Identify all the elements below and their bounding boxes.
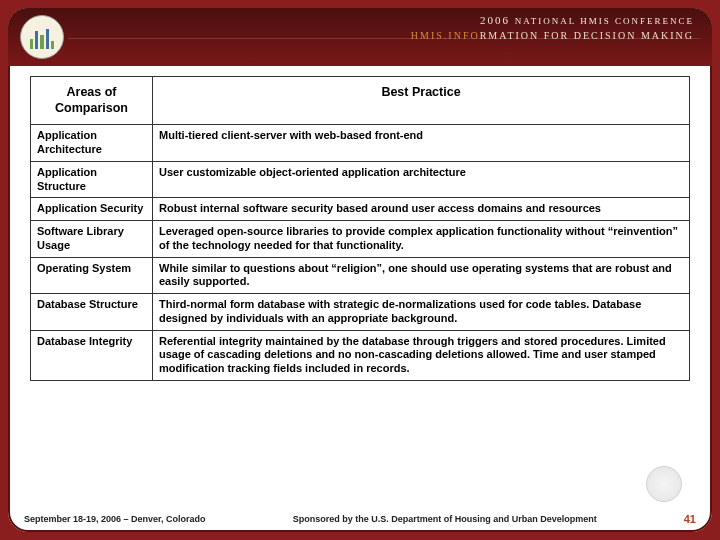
cell-area: Database Integrity xyxy=(31,330,153,380)
table-row: Application Security Robust internal sof… xyxy=(31,198,690,221)
col-header-areas: Areas of Comparison xyxy=(31,77,153,125)
cell-area: Software Library Usage xyxy=(31,221,153,258)
cell-area: Application Architecture xyxy=(31,125,153,162)
cell-bp: User customizable object-oriented applic… xyxy=(153,161,690,198)
cell-bp: Robust internal software security based … xyxy=(153,198,690,221)
cell-area: Application Structure xyxy=(31,161,153,198)
cell-bp: Referential integrity maintained by the … xyxy=(153,330,690,380)
footer-sponsor: Sponsored by the U.S. Department of Hous… xyxy=(206,514,684,524)
slide-card: 2006 NATIONAL HMIS CONFERENCE HMIS.INFOR… xyxy=(8,8,712,532)
header-year: 2006 xyxy=(480,14,510,26)
footer-date-location: September 18-19, 2006 – Denver, Colorado xyxy=(24,514,206,524)
table-header-row: Areas of Comparison Best Practice xyxy=(31,77,690,125)
comparison-table: Areas of Comparison Best Practice Applic… xyxy=(30,76,690,381)
slide-header: 2006 NATIONAL HMIS CONFERENCE HMIS.INFOR… xyxy=(8,8,712,66)
table-row: Application Architecture Multi-tiered cl… xyxy=(31,125,690,162)
table-row: Database Structure Third-normal form dat… xyxy=(31,294,690,331)
table-row: Operating System While similar to questi… xyxy=(31,257,690,294)
cell-bp: While similar to questions about “religi… xyxy=(153,257,690,294)
header-titles: 2006 NATIONAL HMIS CONFERENCE HMIS.INFOR… xyxy=(411,14,694,41)
table-row: Software Library Usage Leveraged open-so… xyxy=(31,221,690,258)
cell-area: Operating System xyxy=(31,257,153,294)
header-conf-name: NATIONAL HMIS CONFERENCE xyxy=(515,16,694,26)
table-row: Database Integrity Referential integrity… xyxy=(31,330,690,380)
hmis-logo-icon xyxy=(20,15,64,59)
cell-bp: Leveraged open-source libraries to provi… xyxy=(153,221,690,258)
header-accent: HMIS.INFO xyxy=(411,30,480,41)
header-subtext: RMATION FOR DECISION MAKING xyxy=(480,30,694,41)
slide-footer: September 18-19, 2006 – Denver, Colorado… xyxy=(8,506,712,532)
cell-bp: Multi-tiered client-server with web-base… xyxy=(153,125,690,162)
cell-area: Database Structure xyxy=(31,294,153,331)
cell-area: Application Security xyxy=(31,198,153,221)
col-header-best-practice: Best Practice xyxy=(153,77,690,125)
table-row: Application Structure User customizable … xyxy=(31,161,690,198)
page-number: 41 xyxy=(684,513,696,525)
hud-seal-icon xyxy=(646,466,682,502)
cell-bp: Third-normal form database with strategi… xyxy=(153,294,690,331)
slide-content: Areas of Comparison Best Practice Applic… xyxy=(8,66,712,506)
